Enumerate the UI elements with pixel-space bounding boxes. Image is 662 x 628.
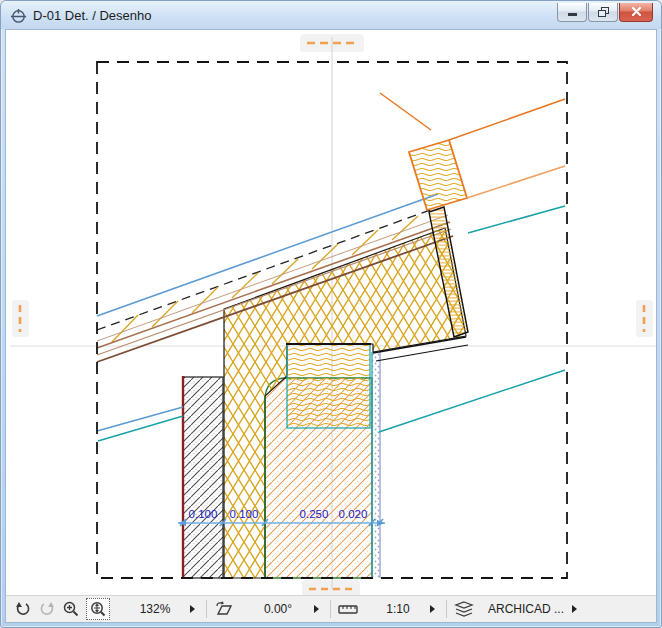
zoom-previous-icon: [14, 600, 32, 618]
zoom-in-button[interactable]: [59, 598, 83, 620]
beam-block: [287, 344, 370, 428]
close-icon: [632, 7, 641, 16]
zoom-next-button[interactable]: [35, 598, 59, 620]
zoom-in-icon: [62, 600, 80, 618]
restore-button[interactable]: [588, 3, 618, 22]
quick-options-bar: 132% 0.00°: [6, 595, 656, 622]
ruler-icon: [337, 600, 359, 618]
zoom-previous-button[interactable]: [11, 598, 35, 620]
ceiling-line-teal: [98, 416, 183, 441]
flyout-arrow-icon: [314, 605, 319, 613]
teal-line-upper: [468, 206, 565, 233]
teal-line-lower: [379, 370, 565, 432]
ceiling-line-blue: [97, 407, 183, 431]
drawing-canvas[interactable]: 0.100 0.100 0.250 0.020: [6, 30, 656, 595]
scale-button[interactable]: [336, 598, 360, 620]
window-titlebar[interactable]: D-01 Det. / Desenho: [1, 1, 661, 29]
dimension-text: 0.250: [300, 508, 329, 520]
layer-combination-control[interactable]: ARCHICAD ...: [476, 602, 583, 616]
layers-button[interactable]: [452, 598, 476, 620]
dimension-text: 0.020: [339, 508, 368, 520]
orientation-control[interactable]: 0.00°: [236, 602, 325, 616]
breakpoint-marker-bottom[interactable]: [302, 580, 360, 595]
scale-value: 1:10: [370, 602, 426, 616]
dimension-text: 0.100: [230, 508, 259, 520]
fit-in-window-button[interactable]: [86, 598, 110, 620]
rotation-icon: [214, 600, 234, 618]
detail-drawing: 0.100 0.100 0.250 0.020: [6, 30, 656, 595]
upper-roof-line-3: [467, 166, 565, 198]
flyout-arrow-icon: [190, 605, 195, 613]
window-title: D-01 Det. / Desenho: [33, 8, 152, 23]
restore-icon: [598, 7, 609, 17]
minimize-button[interactable]: [557, 3, 587, 22]
wall-finish-hatch: [183, 377, 223, 578]
zoom-level-value: 132%: [124, 602, 186, 616]
minimize-icon: [568, 13, 577, 16]
scale-control[interactable]: 1:10: [360, 602, 441, 616]
separator: [330, 600, 331, 618]
purlin-block: [409, 140, 467, 210]
zoom-next-icon: [38, 600, 56, 618]
close-button[interactable]: [619, 3, 653, 22]
fit-in-window-icon: [89, 600, 107, 618]
separator: [446, 600, 447, 618]
zoom-level-control[interactable]: 132%: [110, 602, 201, 616]
layers-icon: [453, 600, 475, 618]
flyout-arrow-icon: [430, 605, 435, 613]
layer-combination-value: ARCHICAD ...: [484, 602, 568, 616]
orientation-value: 0.00°: [246, 602, 310, 616]
flyout-arrow-icon: [572, 605, 577, 613]
app-window: D-01 Det. / Desenho: [0, 0, 662, 628]
dimension-text: 0.100: [189, 508, 218, 520]
plaster-layer: [372, 352, 380, 578]
rotation-button[interactable]: [212, 598, 236, 620]
detail-marker-icon[interactable]: [10, 7, 27, 24]
upper-roof-line-2: [449, 99, 565, 140]
upper-roof-line-1: [380, 93, 431, 130]
separator: [206, 600, 207, 618]
